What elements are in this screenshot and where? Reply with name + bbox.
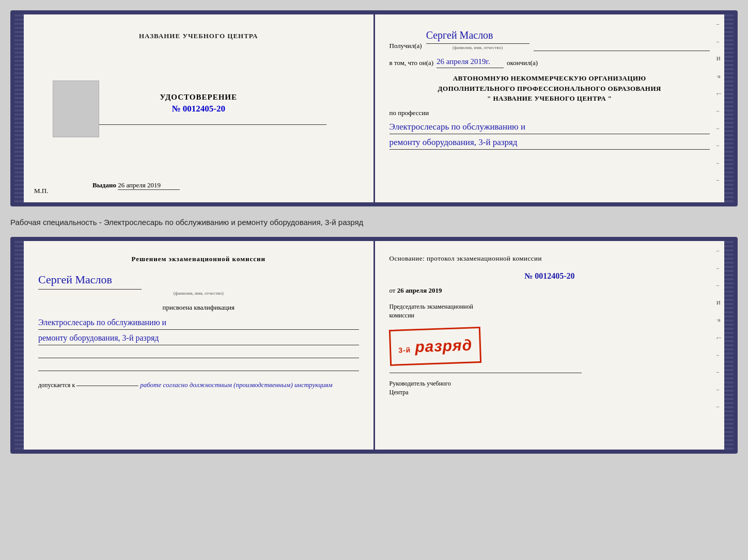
doc-left-1: НАЗВАНИЕ УЧЕБНОГО ЦЕНТРА УДОСТОВЕРЕНИЕ №… bbox=[24, 14, 373, 202]
dopusk-sig-line bbox=[76, 386, 138, 386]
side-label-i2: И bbox=[716, 298, 721, 308]
udost-title: УДОСТОВЕРЕНИЕ bbox=[160, 93, 238, 102]
fio-label: (фамилия, имя, отчество) bbox=[453, 44, 503, 51]
profession-line-wrapper2: ремонту оборудования, 3-й разряд bbox=[389, 135, 710, 150]
side-decorations-right: – – И ·а ‹– – – – – – bbox=[716, 20, 721, 185]
sig-line-1 bbox=[389, 373, 582, 373]
predsedatel-line2: комиссии bbox=[389, 311, 710, 320]
profession-line1: Электрослесарь по обслуживанию и bbox=[389, 120, 710, 134]
doc-num: № 0012405-20 bbox=[389, 269, 710, 283]
org-line3: " НАЗВАНИЕ УЧЕБНОГО ЦЕНТРА " bbox=[389, 93, 710, 104]
profession-line2: ремонту оборудования, 3-й разряд bbox=[389, 135, 710, 149]
side-label-arrow2: ‹– bbox=[716, 333, 721, 342]
recipient-name-2: Сергей Маслов bbox=[38, 270, 142, 290]
rukovoditel-block: Руководитель учебного Центра bbox=[389, 379, 710, 397]
poluchil-line: Получил(а) Сергей Маслов (фамилия, имя, … bbox=[389, 27, 710, 51]
issued-label: Выдано bbox=[92, 181, 116, 189]
doc-right-1: Получил(а) Сергей Маслов (фамилия, имя, … bbox=[375, 14, 725, 202]
okonchil-label: окончил(а) bbox=[507, 58, 538, 69]
side-dash-1: – bbox=[716, 20, 721, 29]
between-label: Рабочая специальность - Электрослесарь п… bbox=[10, 216, 738, 228]
spine-left-2 bbox=[14, 241, 24, 450]
side-label-arrow: ‹– bbox=[716, 89, 721, 98]
dopuskaetsya-block: допускается к работе согласно должностны… bbox=[38, 379, 359, 391]
org-line1: АВТОНОМНУЮ НЕКОММЕРЧЕСКУЮ ОРГАНИЗАЦИЮ bbox=[389, 73, 710, 84]
dopusk-text: работе согласно должностным (производств… bbox=[140, 381, 332, 389]
prof-underline-2: ремонту оборудования, 3-й разряд bbox=[38, 331, 359, 345]
side-dash-r1: – bbox=[716, 246, 721, 255]
school-name-top: НАЗВАНИЕ УЧЕБНОГО ЦЕНТРА bbox=[139, 32, 258, 40]
doc-left-2: Решением экзаменационной комиссии Сергей… bbox=[24, 241, 373, 450]
mp-label: М.П. bbox=[34, 187, 48, 195]
side-dash-2: – bbox=[716, 37, 721, 46]
doc-inner-1: НАЗВАНИЕ УЧЕБНОГО ЦЕНТРА УДОСТОВЕРЕНИЕ №… bbox=[24, 14, 724, 202]
side-dash-4: – bbox=[716, 124, 721, 133]
spine-right-1 bbox=[724, 14, 734, 202]
org-line2: ДОПОЛНИТЕЛЬНОГО ПРОФЕССИОНАЛЬНОГО ОБРАЗО… bbox=[389, 84, 710, 94]
stamp-small: 3-й bbox=[398, 345, 411, 354]
photo-placeholder bbox=[53, 81, 99, 137]
po-professii-block: по профессии Электрослесарь по обслужива… bbox=[389, 108, 710, 150]
stamp-area: 3-й разряд bbox=[389, 324, 710, 369]
prisvoena-text: присвоена квалификация bbox=[38, 302, 359, 313]
side-dash-r4: – bbox=[716, 350, 721, 360]
stamp-block: 3-й разряд bbox=[388, 327, 481, 366]
document-card-1: НАЗВАНИЕ УЧЕБНОГО ЦЕНТРА УДОСТОВЕРЕНИЕ №… bbox=[10, 10, 738, 206]
side-label-a2: ·а bbox=[716, 315, 721, 325]
side-dash-r6: – bbox=[716, 385, 721, 394]
profession-line-wrapper: Электрослесарь по обслуживанию и bbox=[389, 120, 710, 134]
recipient-name: Сергей Маслов bbox=[426, 27, 529, 44]
side-dash-r2: – bbox=[716, 264, 721, 273]
issued-line: Выдано 26 апреля 2019 bbox=[38, 181, 180, 190]
profession-block-2: Электрослесарь по обслуживанию и ремонту… bbox=[38, 315, 359, 372]
vtom-line: в том, что он(а) 26 апреля 2019г. окончи… bbox=[389, 55, 710, 68]
predsedatel-line1: Председатель экзаменационной bbox=[389, 302, 710, 311]
side-dash-7: – bbox=[716, 175, 721, 185]
stamp-big: разряд bbox=[414, 336, 472, 355]
side-dash-r7: – bbox=[716, 402, 721, 411]
page-wrapper: НАЗВАНИЕ УЧЕБНОГО ЦЕНТРА УДОСТОВЕРЕНИЕ №… bbox=[10, 10, 738, 454]
side-dash-r5: – bbox=[716, 367, 721, 377]
spine-right-2 bbox=[724, 241, 734, 450]
poluchil-label: Получил(а) bbox=[389, 41, 422, 52]
doc-right-2: Основание: протокол экзаменационной коми… bbox=[375, 241, 725, 450]
name-block-2: Сергей Маслов (фамилия, имя, отчество) bbox=[38, 270, 359, 298]
predsedatel-block: Председатель экзаменационной комиссии bbox=[389, 302, 710, 320]
udost-num: № 0012405-20 bbox=[160, 104, 238, 114]
udost-block: УДОСТОВЕРЕНИЕ № 0012405-20 bbox=[160, 93, 238, 114]
profession-line1-2: Электрослесарь по обслуживанию и bbox=[38, 315, 359, 329]
side-dash-6: – bbox=[716, 158, 721, 168]
doc-inner-2: Решением экзаменационной комиссии Сергей… bbox=[24, 241, 724, 450]
side-label-i: И bbox=[716, 54, 721, 63]
side-dash-5: – bbox=[716, 141, 721, 150]
prof-underline-4 bbox=[38, 359, 359, 371]
osnovanie-title: Основание: протокол экзаменационной коми… bbox=[389, 253, 710, 264]
rukovoditel-line2: Центра bbox=[389, 388, 710, 397]
dopusk-label: допускается к bbox=[38, 381, 75, 389]
side-dash-r3: – bbox=[716, 281, 721, 290]
org-block: АВТОНОМНУЮ НЕКОММЕРЧЕСКУЮ ОРГАНИЗАЦИЮ ДО… bbox=[389, 73, 710, 104]
fio-label-2: (фамилия, имя, отчество) bbox=[38, 290, 359, 297]
completion-date: 26 апреля 2019г. bbox=[437, 55, 504, 68]
document-card-2: Решением экзаменационной комиссии Сергей… bbox=[10, 237, 738, 454]
side-dash-3: – bbox=[716, 106, 721, 116]
issued-date: 26 апреля 2019 bbox=[118, 181, 180, 190]
ot-date: 26 апреля 2019 bbox=[397, 286, 442, 294]
rukovoditel-line1: Руководитель учебного bbox=[389, 379, 710, 388]
side-label-a: ·а bbox=[716, 72, 721, 81]
prof-underline-3 bbox=[38, 346, 359, 358]
po-professii-label: по профессии bbox=[389, 109, 429, 117]
resheniem-title: Решением экзаменационной комиссии bbox=[38, 253, 359, 265]
doc-num-block: № 0012405-20 bbox=[389, 269, 710, 283]
vtom-label: в том, что он(а) bbox=[389, 58, 434, 69]
ot-line: от 26 апреля 2019 bbox=[389, 285, 710, 296]
dash-line bbox=[534, 51, 710, 51]
profession-line2-2: ремонту оборудования, 3-й разряд bbox=[38, 331, 359, 345]
spine-left bbox=[14, 14, 24, 202]
ot-label: от bbox=[389, 286, 396, 294]
side-decorations-right-2: – – – И ·а ‹– – – – – bbox=[716, 246, 721, 411]
prof-underline-1: Электрослесарь по обслуживанию и bbox=[38, 315, 359, 330]
